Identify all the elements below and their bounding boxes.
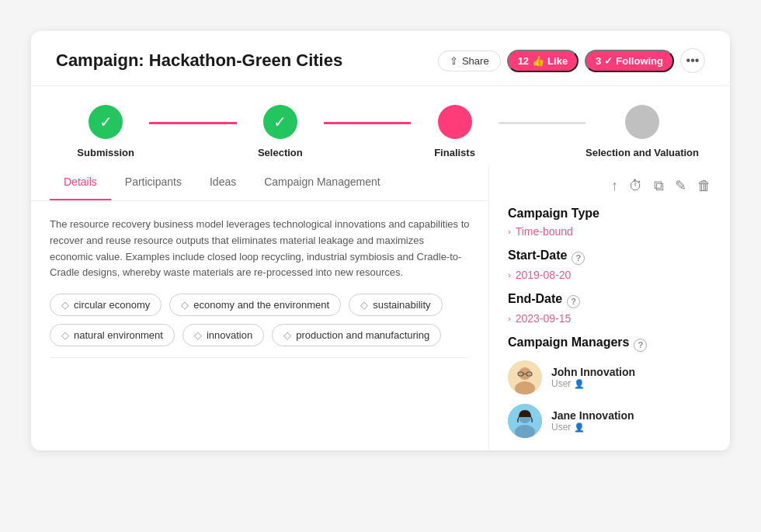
end-date-row: End-Date ? [508, 292, 711, 311]
avatar-john [508, 360, 542, 395]
stepper-circle-finalists [438, 105, 472, 139]
stepper-circle-selection: ✓ [263, 105, 297, 139]
check-icon-2: ✓ [273, 113, 287, 131]
divider [50, 357, 470, 358]
stepper-label-submission: Submission [77, 147, 134, 158]
manager-role-jane: User 👤 [551, 422, 634, 433]
edit-icon[interactable]: ✎ [675, 177, 686, 194]
tag-economy-environment[interactable]: ◇ economy and the environment [169, 294, 341, 316]
stepper-line-1 [149, 122, 236, 124]
page-title: Campaign: Hackathon-Green Cities [56, 50, 342, 71]
following-icon: ✓ [604, 55, 613, 67]
managers-label: Campaign Managers [508, 336, 629, 349]
tab-ideas[interactable]: Ideas [196, 165, 250, 200]
stepper-line-3 [499, 122, 586, 124]
stepper-item-finalists: Finalists [411, 105, 498, 158]
campaign-type-value[interactable]: › Time-bound [508, 225, 711, 238]
stepper-item-valuation: Selection and Valuation [586, 105, 699, 158]
tag-innovation[interactable]: ◇ innovation [182, 324, 264, 346]
manager-name-john: John Innovation [551, 366, 635, 378]
body-row: Details Participants Ideas Campaign Mana… [31, 165, 730, 450]
stepper-item-selection: ✓ Selection [237, 105, 324, 158]
stepper-label-valuation: Selection and Valuation [586, 147, 699, 158]
progress-stepper: ✓ Submission ✓ Selection Finalists [31, 86, 730, 165]
tag-icon-5: ◇ [194, 329, 202, 341]
start-date-label: Start-Date [508, 249, 567, 263]
tag-icon-6: ◇ [283, 329, 291, 341]
manager-item-john: John Innovation User 👤 [508, 360, 711, 395]
tag-icon-3: ◇ [360, 299, 368, 311]
stepper-circle-submission: ✓ [89, 105, 123, 139]
tag-sustainability[interactable]: ◇ sustainability [349, 294, 442, 316]
manager-item-jane: Jane Innovation User 👤 [508, 404, 711, 438]
stepper-item-submission: ✓ Submission [62, 105, 149, 158]
managers-row: Campaign Managers ? [508, 336, 711, 354]
more-options-button[interactable]: ••• [680, 48, 705, 73]
left-panel: Details Participants Ideas Campaign Mana… [31, 165, 489, 450]
check-icon: ✓ [99, 113, 113, 131]
start-date-value[interactable]: › 2019-08-20 [508, 269, 711, 281]
tabs-bar: Details Participants Ideas Campaign Mana… [31, 165, 488, 201]
managers-help-icon[interactable]: ? [634, 339, 647, 352]
manager-info-jane: Jane Innovation User 👤 [551, 409, 634, 433]
share-button[interactable]: ⇧ Share [438, 50, 501, 71]
following-count: 3 [596, 55, 601, 67]
end-date-value[interactable]: › 2023-09-15 [508, 312, 711, 325]
delete-icon[interactable]: 🗑 [697, 178, 711, 194]
tag-icon-4: ◇ [61, 329, 69, 341]
following-button[interactable]: 3 ✓ Following [585, 50, 674, 72]
history-icon[interactable]: ⏱ [629, 178, 643, 194]
manager-info-john: John Innovation User 👤 [551, 366, 635, 389]
manager-list: John Innovation User 👤 [508, 360, 711, 438]
tag-icon-2: ◇ [181, 299, 189, 311]
manager-role-john: User 👤 [551, 378, 635, 389]
copy-icon[interactable]: ⧉ [654, 178, 664, 194]
campaign-description: The resource recovery business model lev… [31, 201, 488, 294]
tag-label-sustainability: sustainability [373, 299, 430, 311]
tag-natural-environment[interactable]: ◇ natural environment [50, 324, 175, 346]
tag-label-circular-economy: circular economy [74, 299, 150, 311]
page-header: Campaign: Hackathon-Green Cities ⇧ Share… [31, 31, 730, 86]
stepper-line-2 [324, 122, 411, 124]
chevron-icon-3: › [508, 314, 511, 323]
tab-details[interactable]: Details [50, 165, 111, 200]
like-button[interactable]: 12 👍 Like [507, 50, 579, 72]
end-date-label: End-Date [508, 292, 562, 306]
chevron-icon-2: › [508, 270, 511, 280]
share-icon: ⇧ [450, 55, 458, 67]
stepper-label-finalists: Finalists [434, 147, 475, 158]
stepper-circle-valuation [625, 105, 659, 139]
tag-label-innovation: innovation [207, 329, 252, 341]
more-icon: ••• [686, 54, 700, 68]
avatar-jane [508, 404, 542, 438]
tag-label-production-manufacturing: production and manufacturing [296, 329, 429, 341]
right-panel: ↑ ⏱ ⧉ ✎ 🗑 Campaign Type › Time-bound Sta… [489, 165, 730, 450]
tag-circular-economy[interactable]: ◇ circular economy [50, 294, 162, 316]
stepper-label-selection: Selection [258, 147, 303, 158]
header-actions: ⇧ Share 12 👍 Like 3 ✓ Following ••• [438, 48, 705, 73]
tag-label-natural-environment: natural environment [74, 329, 163, 341]
like-icon: 👍 [532, 55, 544, 67]
tab-participants[interactable]: Participants [111, 165, 196, 200]
user-icon-john: 👤 [574, 379, 585, 389]
user-icon-jane: 👤 [574, 422, 585, 433]
manager-name-jane: Jane Innovation [551, 409, 634, 422]
end-date-help-icon[interactable]: ? [567, 295, 580, 308]
like-count: 12 [518, 55, 529, 67]
upload-icon[interactable]: ↑ [611, 178, 618, 194]
tag-label-economy-environment: economy and the environment [193, 299, 329, 311]
right-actions: ↑ ⏱ ⧉ ✎ 🗑 [508, 177, 711, 194]
start-date-row: Start-Date ? [508, 249, 711, 267]
tag-icon: ◇ [61, 299, 69, 311]
start-date-help-icon[interactable]: ? [572, 252, 585, 265]
tab-campaign-management[interactable]: Campaign Management [250, 165, 394, 200]
campaign-type-label: Campaign Type [508, 207, 711, 221]
tag-production-manufacturing[interactable]: ◇ production and manufacturing [272, 324, 441, 346]
tags-container: ◇ circular economy ◇ economy and the env… [31, 294, 488, 357]
chevron-icon: › [508, 227, 511, 236]
